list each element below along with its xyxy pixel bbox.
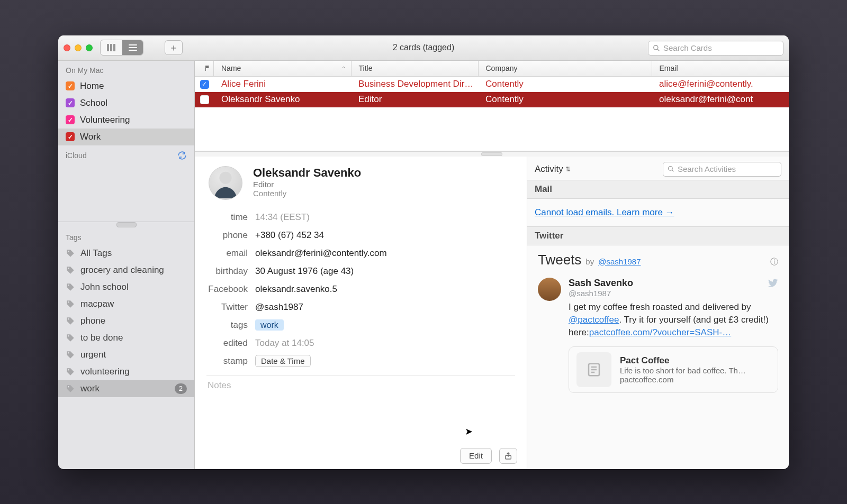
tag-icon bbox=[66, 299, 75, 309]
activity-dropdown[interactable]: Activity⇅ bbox=[535, 164, 571, 175]
horizontal-split-handle[interactable] bbox=[195, 151, 789, 157]
sidebar-list-work[interactable]: ✓Work bbox=[58, 129, 194, 145]
svg-point-4 bbox=[68, 285, 69, 286]
row-title: Editor bbox=[351, 94, 478, 105]
field-label-stamp: stamp bbox=[206, 356, 248, 366]
tweets-handle-link[interactable]: @sash1987 bbox=[598, 257, 641, 266]
tag-item-to-be-done[interactable]: to be done bbox=[58, 329, 194, 346]
row-checkbox[interactable] bbox=[200, 95, 209, 104]
tweet-author: Sash Savenko bbox=[569, 278, 633, 289]
search-cards-field[interactable] bbox=[648, 41, 783, 56]
stamp-button[interactable]: Date & Time bbox=[255, 355, 311, 367]
info-icon[interactable]: ⓘ bbox=[770, 257, 778, 267]
minimize-window-button[interactable] bbox=[75, 44, 82, 51]
refresh-icon[interactable] bbox=[177, 151, 187, 160]
tweet-mention-link[interactable]: @pactcoffee bbox=[569, 315, 619, 325]
share-button[interactable] bbox=[499, 448, 517, 464]
tag-label: volunteering bbox=[80, 366, 130, 377]
tag-chip[interactable]: work bbox=[255, 319, 284, 331]
tag-icon bbox=[66, 350, 75, 360]
field-value-email[interactable]: oleksandr@ferini@contently.com bbox=[255, 248, 387, 259]
sidebar-section-tags: Tags bbox=[58, 228, 194, 245]
share-icon bbox=[504, 452, 512, 460]
svg-point-8 bbox=[68, 352, 69, 353]
tag-icon bbox=[66, 384, 75, 393]
field-label-tags: tags bbox=[206, 320, 248, 331]
card-row[interactable]: ✓ Alice Ferini Business Development Dire… bbox=[195, 77, 789, 92]
field-value-twitter[interactable]: @sash1987 bbox=[255, 302, 303, 313]
tweets-heading: Tweets bbox=[538, 252, 581, 268]
row-title: Business Development Dire… bbox=[351, 79, 478, 89]
tag-item-phone[interactable]: phone bbox=[58, 313, 194, 329]
column-flag[interactable] bbox=[195, 61, 214, 76]
sidebar-item-label: School bbox=[80, 98, 107, 108]
card-detail-pane: Oleksandr Savenko Editor Contently time1… bbox=[195, 157, 527, 469]
updown-icon: ⇅ bbox=[565, 166, 571, 173]
list-icon bbox=[129, 44, 137, 51]
card-role: Editor bbox=[253, 180, 361, 189]
column-name[interactable]: Name⌃ bbox=[214, 61, 352, 76]
notes-placeholder[interactable]: Notes bbox=[206, 380, 515, 391]
card-row[interactable]: Oleksandr Savenko Editor Contently oleks… bbox=[195, 92, 789, 107]
sidebar-item-label: Home bbox=[80, 81, 104, 91]
checkbox-icon: ✓ bbox=[66, 81, 75, 90]
view-columns-button[interactable] bbox=[101, 40, 122, 55]
activity-section-mail: Mail bbox=[527, 180, 789, 199]
app-window: ＋ 2 cards (tagged) On My Mac ✓Home ✓Scho… bbox=[58, 35, 789, 469]
sidebar-split-handle[interactable] bbox=[58, 222, 194, 228]
tweet-link-card[interactable]: Pact Coffee Life is too short for bad co… bbox=[569, 346, 778, 393]
tag-icon bbox=[66, 265, 75, 275]
tag-label: urgent bbox=[80, 350, 106, 360]
field-label-time: time bbox=[206, 212, 248, 223]
tag-count-badge: 2 bbox=[175, 383, 187, 394]
columns-icon bbox=[107, 44, 115, 51]
tag-item-John-school[interactable]: John school bbox=[58, 279, 194, 296]
search-activities-field[interactable] bbox=[663, 162, 781, 177]
sidebar-item-label: Volunteering bbox=[80, 115, 130, 125]
sidebar-list-home[interactable]: ✓Home bbox=[58, 78, 194, 95]
mouse-cursor-icon: ➤ bbox=[465, 426, 473, 437]
field-label-edited: edited bbox=[206, 338, 248, 349]
field-value-phone[interactable]: +380 (67) 452 34 bbox=[255, 230, 324, 241]
mail-error-link[interactable]: Cannot load emails. Learn more → bbox=[535, 207, 674, 217]
sidebar-list-school[interactable]: ✓School bbox=[58, 95, 194, 112]
tweet-text: I get my coffee fresh roasted and delive… bbox=[569, 301, 778, 339]
column-title[interactable]: Title bbox=[352, 61, 479, 76]
sidebar-item-label: Work bbox=[80, 132, 101, 142]
tag-label: All Tags bbox=[80, 248, 112, 259]
column-email[interactable]: Email bbox=[652, 61, 789, 76]
fullscreen-window-button[interactable] bbox=[86, 44, 93, 51]
list-header: Name⌃ Title Company Email bbox=[195, 61, 789, 77]
tweet[interactable]: Sash Savenko @sash1987 I get my coffee f… bbox=[538, 278, 778, 393]
row-email: oleksandr@ferini@cont bbox=[652, 94, 789, 105]
search-activities-input[interactable] bbox=[678, 164, 777, 173]
traffic-lights bbox=[64, 44, 93, 51]
tag-icon bbox=[66, 333, 75, 343]
svg-point-0 bbox=[654, 45, 658, 49]
tag-item-volunteering[interactable]: volunteering bbox=[58, 363, 194, 380]
sidebar-section-icloud: iCloud bbox=[58, 145, 194, 163]
row-checkbox[interactable]: ✓ bbox=[200, 80, 209, 89]
view-list-button[interactable] bbox=[122, 40, 143, 55]
tag-item-urgent[interactable]: urgent bbox=[58, 346, 194, 363]
row-company: Contently bbox=[478, 94, 652, 105]
edit-button[interactable]: Edit bbox=[460, 448, 492, 464]
tag-icon bbox=[66, 316, 75, 326]
tag-label: phone bbox=[80, 316, 105, 326]
field-value-facebook[interactable]: oleksandr.savenko.5 bbox=[255, 284, 337, 295]
sidebar-list-volunteering[interactable]: ✓Volunteering bbox=[58, 112, 194, 129]
tweet-avatar bbox=[538, 278, 561, 301]
column-company[interactable]: Company bbox=[479, 61, 652, 76]
sort-indicator-icon: ⌃ bbox=[341, 66, 346, 71]
tag-item-macpaw[interactable]: macpaw bbox=[58, 296, 194, 313]
tag-item-All-Tags[interactable]: All Tags bbox=[58, 245, 194, 262]
tweet-url-link[interactable]: pactcoffee.com/?voucher=SASH-… bbox=[589, 327, 732, 337]
new-card-button[interactable]: ＋ bbox=[165, 40, 183, 55]
search-cards-input[interactable] bbox=[663, 43, 779, 52]
tag-item-grocery-and-cleaning[interactable]: grocery and cleaning bbox=[58, 262, 194, 279]
checkbox-icon: ✓ bbox=[66, 132, 75, 141]
checkbox-icon: ✓ bbox=[66, 98, 75, 107]
close-window-button[interactable] bbox=[64, 44, 70, 51]
list-rows: ✓ Alice Ferini Business Development Dire… bbox=[195, 77, 789, 151]
tag-item-work[interactable]: work2 bbox=[58, 380, 194, 397]
